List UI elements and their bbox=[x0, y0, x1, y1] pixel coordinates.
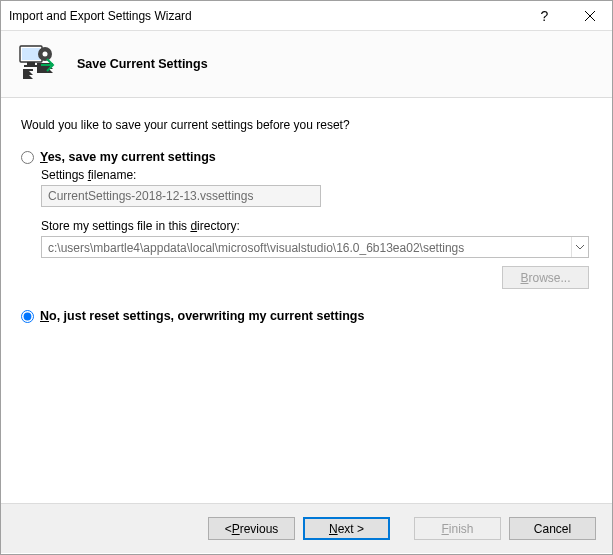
titlebar: Import and Export Settings Wizard ? bbox=[1, 1, 612, 31]
close-icon bbox=[585, 11, 595, 21]
filename-label: Settings filename: bbox=[41, 168, 592, 182]
window-title: Import and Export Settings Wizard bbox=[9, 9, 522, 23]
help-button[interactable]: ? bbox=[522, 1, 567, 31]
wizard-content: Would you like to save your current sett… bbox=[1, 98, 612, 503]
cancel-button[interactable]: Cancel bbox=[509, 517, 596, 540]
radio-yes-input[interactable] bbox=[21, 151, 34, 164]
svg-rect-4 bbox=[27, 62, 35, 65]
chevron-down-icon bbox=[576, 245, 584, 250]
radio-option-no[interactable]: No, just reset settings, overwriting my … bbox=[21, 309, 592, 323]
svg-rect-5 bbox=[24, 65, 38, 67]
browse-button: BBrowse...rowse... bbox=[502, 266, 589, 289]
svg-rect-3 bbox=[22, 48, 40, 60]
directory-label: Store my settings file in this directory… bbox=[41, 219, 592, 233]
radio-no-label: No, just reset settings, overwriting my … bbox=[40, 309, 364, 323]
wizard-step-title: Save Current Settings bbox=[77, 57, 208, 71]
close-button[interactable] bbox=[567, 1, 612, 31]
previous-button[interactable]: < Previous bbox=[208, 517, 295, 540]
wizard-header: Save Current Settings bbox=[1, 31, 612, 98]
yes-sub-block: Settings filename: Store my settings fil… bbox=[41, 168, 592, 289]
prompt-text: Would you like to save your current sett… bbox=[21, 118, 592, 132]
directory-combo[interactable]: c:\users\mbartle4\appdata\local\microsof… bbox=[41, 236, 589, 258]
wizard-footer: < Previous Next > Finish Cancel bbox=[1, 503, 612, 553]
radio-yes-label: Yes, save my current settings bbox=[40, 150, 216, 164]
filename-input[interactable] bbox=[41, 185, 321, 207]
next-button[interactable]: Next > bbox=[303, 517, 390, 540]
settings-transfer-icon bbox=[19, 45, 57, 83]
svg-point-7 bbox=[43, 52, 48, 57]
finish-button: Finish bbox=[414, 517, 501, 540]
radio-no-input[interactable] bbox=[21, 310, 34, 323]
radio-option-yes[interactable]: Yes, save my current settings bbox=[21, 150, 592, 164]
directory-value: c:\users\mbartle4\appdata\local\microsof… bbox=[42, 237, 571, 257]
directory-dropdown-button[interactable] bbox=[571, 237, 588, 257]
